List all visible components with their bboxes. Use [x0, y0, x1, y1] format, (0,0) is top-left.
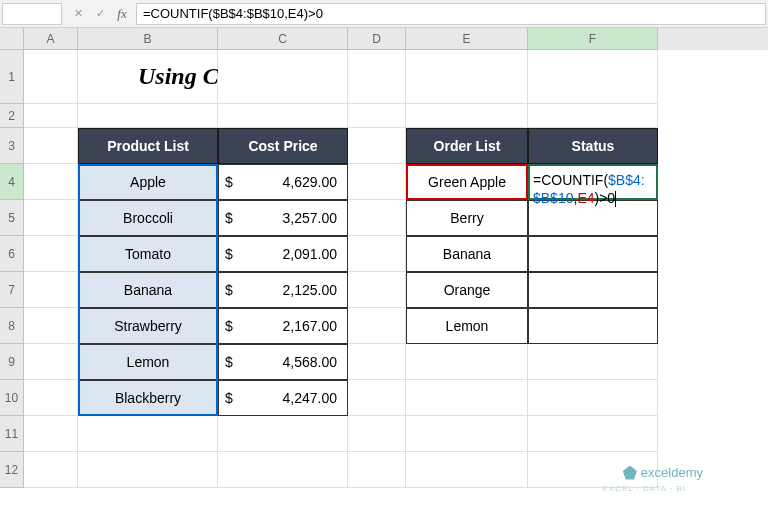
cell-A1[interactable]	[24, 50, 78, 104]
cell-A8[interactable]	[24, 308, 78, 344]
cell-A5[interactable]	[24, 200, 78, 236]
amount: 2,125.00	[282, 282, 341, 298]
row-header-9[interactable]: 9	[0, 344, 24, 380]
cell-B12[interactable]	[78, 452, 218, 488]
cell-D7[interactable]	[348, 272, 406, 308]
cell-C6[interactable]: $2,091.00	[218, 236, 348, 272]
cell-F7[interactable]	[528, 272, 658, 308]
row-header-7[interactable]: 7	[0, 272, 24, 308]
cell-A2[interactable]	[24, 104, 78, 128]
row-header-5[interactable]: 5	[0, 200, 24, 236]
cell-C3[interactable]: Cost Price	[218, 128, 348, 164]
cell-E9[interactable]	[406, 344, 528, 380]
cell-D3[interactable]	[348, 128, 406, 164]
watermark-subtitle: EXCEL · DATA · BI	[602, 484, 686, 493]
cell-A7[interactable]	[24, 272, 78, 308]
cell-A9[interactable]	[24, 344, 78, 380]
cell-B2[interactable]	[78, 104, 218, 128]
cell-F6[interactable]	[528, 236, 658, 272]
row-header-1[interactable]: 1	[0, 50, 24, 104]
cell-D10[interactable]	[348, 380, 406, 416]
cancel-icon[interactable]: ✕	[70, 7, 86, 20]
cell-F2[interactable]	[528, 104, 658, 128]
cell-F9[interactable]	[528, 344, 658, 380]
col-header-A[interactable]: A	[24, 28, 78, 50]
row-header-11[interactable]: 11	[0, 416, 24, 452]
row-header-4[interactable]: 4	[0, 164, 24, 200]
cell-D12[interactable]	[348, 452, 406, 488]
cell-D6[interactable]	[348, 236, 406, 272]
accept-icon[interactable]: ✓	[92, 7, 108, 20]
column-headers: A B C D E F	[0, 28, 768, 50]
cell-D9[interactable]	[348, 344, 406, 380]
cell-C5[interactable]: $3,257.00	[218, 200, 348, 236]
cell-A12[interactable]	[24, 452, 78, 488]
col-header-D[interactable]: D	[348, 28, 406, 50]
cell-B9[interactable]: Lemon	[78, 344, 218, 380]
cell-D1[interactable]	[348, 50, 406, 104]
cell-A4[interactable]	[24, 164, 78, 200]
cell-C11[interactable]	[218, 416, 348, 452]
cell-E12[interactable]	[406, 452, 528, 488]
cell-B7[interactable]: Banana	[78, 272, 218, 308]
cell-B11[interactable]	[78, 416, 218, 452]
formula-bar-input[interactable]: =COUNTIF($B$4:$B$10,E4)>0	[136, 3, 766, 25]
cell-C10[interactable]: $4,247.00	[218, 380, 348, 416]
cell-A6[interactable]	[24, 236, 78, 272]
cell-B5[interactable]: Broccoli	[78, 200, 218, 236]
fx-icon[interactable]: fx	[114, 6, 130, 22]
cell-E4[interactable]: Green Apple	[406, 164, 528, 200]
cell-E10[interactable]	[406, 380, 528, 416]
cell-E6[interactable]: Banana	[406, 236, 528, 272]
cell-C1[interactable]	[218, 50, 348, 104]
cell-D8[interactable]	[348, 308, 406, 344]
cell-C12[interactable]	[218, 452, 348, 488]
cell-C7[interactable]: $2,125.00	[218, 272, 348, 308]
cell-B1[interactable]: Using COUNTIF Function	[78, 50, 218, 104]
cell-F4-active[interactable]: =COUNTIF($B$4: $B$10,E4)>0	[528, 164, 658, 200]
row-header-10[interactable]: 10	[0, 380, 24, 416]
row-header-8[interactable]: 8	[0, 308, 24, 344]
cell-C2[interactable]	[218, 104, 348, 128]
row-header-3[interactable]: 3	[0, 128, 24, 164]
cell-F3[interactable]: Status	[528, 128, 658, 164]
cell-B3[interactable]: Product List	[78, 128, 218, 164]
cell-D4[interactable]	[348, 164, 406, 200]
cell-C8[interactable]: $2,167.00	[218, 308, 348, 344]
cell-B10[interactable]: Blackberry	[78, 380, 218, 416]
cell-F8[interactable]	[528, 308, 658, 344]
cell-E8[interactable]: Lemon	[406, 308, 528, 344]
cell-A11[interactable]	[24, 416, 78, 452]
cell-D5[interactable]	[348, 200, 406, 236]
cell-F11[interactable]	[528, 416, 658, 452]
col-header-B[interactable]: B	[78, 28, 218, 50]
inline-formula-editor[interactable]: =COUNTIF($B$4: $B$10,E4)>0	[533, 171, 645, 207]
cell-B4[interactable]: Apple	[78, 164, 218, 200]
cell-E7[interactable]: Orange	[406, 272, 528, 308]
col-header-C[interactable]: C	[218, 28, 348, 50]
cell-F1[interactable]	[528, 50, 658, 104]
cell-A3[interactable]	[24, 128, 78, 164]
col-header-F[interactable]: F	[528, 28, 658, 50]
cell-C9[interactable]: $4,568.00	[218, 344, 348, 380]
cell-E2[interactable]	[406, 104, 528, 128]
cell-A10[interactable]	[24, 380, 78, 416]
cell-C4[interactable]: $4,629.00	[218, 164, 348, 200]
text-cursor	[615, 191, 616, 207]
cell-B8[interactable]: Strawberry	[78, 308, 218, 344]
name-box[interactable]	[2, 3, 62, 25]
select-all-corner[interactable]	[0, 28, 24, 50]
row-header-2[interactable]: 2	[0, 104, 24, 128]
cell-D2[interactable]	[348, 104, 406, 128]
row-5: 5 Broccoli $3,257.00 Berry	[0, 200, 768, 236]
col-header-E[interactable]: E	[406, 28, 528, 50]
cell-E1[interactable]	[406, 50, 528, 104]
cell-E5[interactable]: Berry	[406, 200, 528, 236]
cell-E11[interactable]	[406, 416, 528, 452]
cell-B6[interactable]: Tomato	[78, 236, 218, 272]
row-header-6[interactable]: 6	[0, 236, 24, 272]
cell-D11[interactable]	[348, 416, 406, 452]
cell-E3[interactable]: Order List	[406, 128, 528, 164]
row-header-12[interactable]: 12	[0, 452, 24, 488]
cell-F10[interactable]	[528, 380, 658, 416]
